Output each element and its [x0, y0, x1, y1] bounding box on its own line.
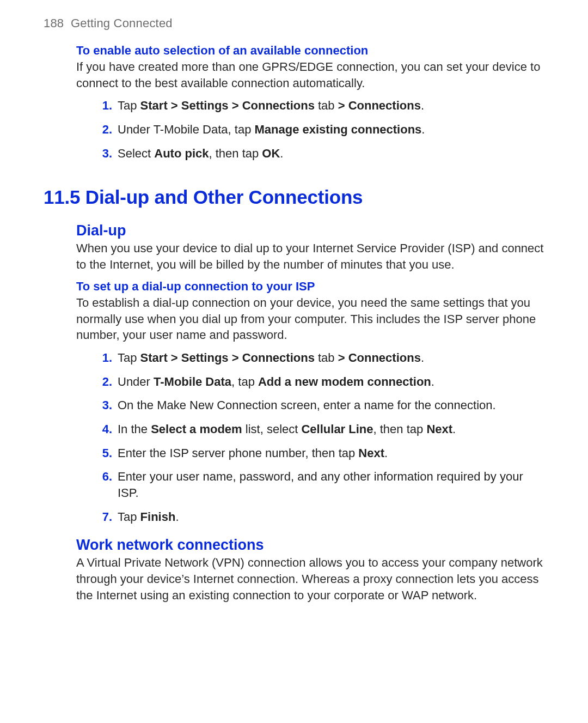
list-item-text: In the Select a modem list, select Cellu… [118, 421, 544, 438]
list-item: 4.In the Select a modem list, select Cel… [96, 421, 544, 438]
bold-text: Manage existing connections [255, 123, 422, 136]
list-item: 2.Under T-Mobile Data, tap Add a new mod… [96, 374, 544, 390]
list-item-number: 3. [96, 145, 112, 162]
list-item: 3.Select Auto pick, then tap OK. [96, 145, 544, 162]
bold-text: Next [426, 422, 452, 436]
list-item-text: On the Make New Connection screen, enter… [118, 397, 544, 414]
section-auto-selection: To enable auto selection of an available… [76, 44, 544, 161]
section-work-network: A Virtual Private Network (VPN) connecti… [76, 555, 544, 603]
list-item-text: Tap Start > Settings > Connections tab >… [118, 350, 544, 366]
sub-heading: To enable auto selection of an available… [76, 44, 544, 58]
list-item-number: 2. [96, 121, 112, 138]
page-number: 188 [44, 16, 64, 30]
bold-text: Cellular Line [301, 422, 373, 436]
sub-heading-dialup: Dial-up [76, 222, 550, 239]
document-page: 188 Getting Connected To enable auto sel… [0, 0, 588, 642]
list-item-text: Enter your user name, password, and any … [118, 469, 544, 501]
list-item-text: Under T-Mobile Data, tap Manage existing… [118, 121, 544, 138]
section-dialup: When you use your device to dial up to y… [76, 240, 544, 525]
sub-heading-work-network: Work network connections [76, 537, 550, 554]
bold-text: > Connections [338, 351, 421, 364]
bold-text: Add a new modem connection [258, 375, 431, 388]
list-item: 1.Tap Start > Settings > Connections tab… [96, 98, 544, 114]
paragraph: When you use your device to dial up to y… [76, 240, 544, 272]
list-item-text: Select Auto pick, then tap OK. [118, 145, 544, 162]
list-item: 5.Enter the ISP server phone number, the… [96, 445, 544, 461]
sub-heading: To set up a dial-up connection to your I… [76, 280, 544, 294]
list-item: 3.On the Make New Connection screen, ent… [96, 397, 544, 414]
list-item-text: Tap Start > Settings > Connections tab >… [118, 98, 544, 114]
list-item-number: 5. [96, 445, 112, 461]
list-item: 1.Tap Start > Settings > Connections tab… [96, 350, 544, 366]
list-item-text: Enter the ISP server phone number, then … [118, 445, 544, 461]
bold-text: Finish [140, 510, 176, 524]
bold-text: OK [262, 147, 280, 160]
bold-text: Start > Settings > Connections [140, 99, 315, 112]
bold-text: Auto pick [154, 147, 209, 160]
list-item: 6.Enter your user name, password, and an… [96, 469, 544, 501]
list-item: 7.Tap Finish. [96, 509, 544, 525]
bold-text: > Connections [338, 99, 421, 112]
list-item-number: 2. [96, 374, 112, 390]
paragraph: To establish a dial-up connection on you… [76, 295, 544, 343]
bold-text: T-Mobile Data [154, 375, 231, 388]
list-item-number: 7. [96, 509, 112, 525]
list-item-number: 1. [96, 350, 112, 366]
bold-text: Start > Settings > Connections [140, 351, 315, 364]
paragraph: A Virtual Private Network (VPN) connecti… [76, 555, 544, 603]
paragraph: If you have created more than one GPRS/E… [76, 59, 544, 91]
list-item-number: 4. [96, 421, 112, 438]
list-item-number: 6. [96, 469, 112, 501]
chapter-title: Getting Connected [71, 16, 173, 30]
ordered-list: 1.Tap Start > Settings > Connections tab… [96, 350, 544, 525]
bold-text: Select a modem [151, 422, 242, 436]
section-heading-11-5: 11.5 Dial-up and Other Connections [44, 186, 550, 208]
list-item-number: 1. [96, 98, 112, 114]
bold-text: Next [358, 446, 384, 460]
list-item-text: Tap Finish. [118, 509, 544, 525]
list-item-text: Under T-Mobile Data, tap Add a new modem… [118, 374, 544, 390]
ordered-list: 1.Tap Start > Settings > Connections tab… [96, 98, 544, 161]
running-header: 188 Getting Connected [44, 16, 550, 31]
list-item: 2.Under T-Mobile Data, tap Manage existi… [96, 121, 544, 138]
list-item-number: 3. [96, 397, 112, 414]
